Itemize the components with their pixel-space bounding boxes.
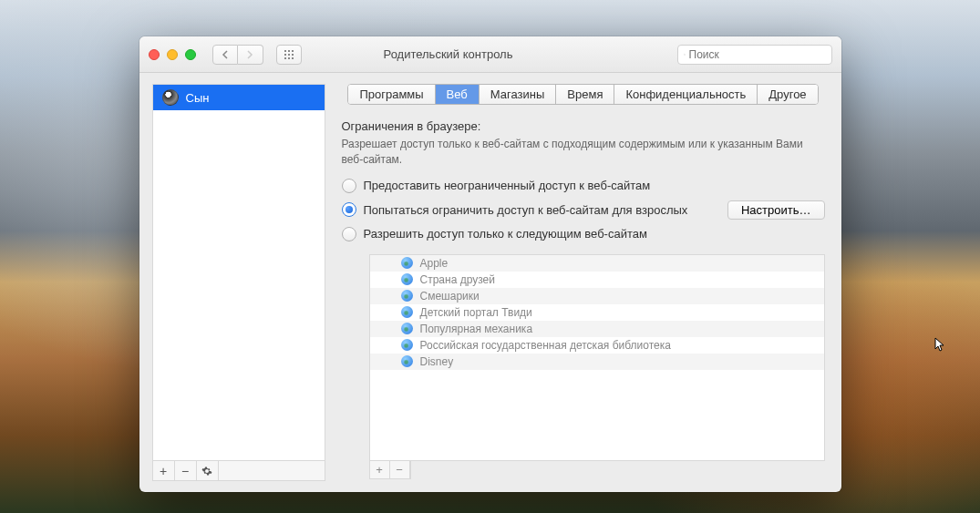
- globe-icon: [401, 306, 413, 318]
- window-controls: [149, 49, 196, 60]
- globe-icon: [401, 339, 413, 351]
- user-item-selected[interactable]: Сын: [153, 85, 325, 110]
- site-name: Disney: [420, 355, 454, 368]
- radio-icon[interactable]: [342, 227, 356, 241]
- tab-programs[interactable]: Программы: [348, 85, 435, 104]
- tab-bar: Программы Веб Магазины Время Конфиденциа…: [347, 84, 818, 105]
- site-row[interactable]: Disney: [370, 354, 824, 370]
- add-site-button[interactable]: +: [370, 461, 390, 478]
- close-icon[interactable]: [149, 49, 160, 60]
- svg-line-1: [685, 55, 686, 56]
- section-title: Ограничения в браузере:: [342, 119, 825, 133]
- window-parental-controls: Родительский контроль Сын + −: [139, 36, 841, 492]
- svg-point-0: [684, 54, 685, 55]
- window-title: Родительский контроль: [227, 47, 670, 61]
- site-name: Смешарики: [420, 290, 480, 303]
- configure-button[interactable]: Настроить…: [727, 200, 825, 220]
- tab-web[interactable]: Веб: [436, 85, 480, 104]
- site-list-footer: + −: [369, 461, 411, 479]
- add-user-button[interactable]: +: [153, 461, 175, 480]
- avatar-icon: [162, 89, 179, 106]
- content-pane: Программы Веб Магазины Время Конфиденциа…: [325, 73, 841, 492]
- user-sidebar: Сын + −: [152, 84, 325, 481]
- site-name: Страна друзей: [420, 273, 495, 286]
- radio-limit-adult[interactable]: Попытаться ограничить доступ к веб-сайта…: [342, 200, 825, 220]
- user-list: Сын: [153, 85, 325, 460]
- help-text: Разрешает доступ только к веб-сайтам с п…: [342, 137, 825, 168]
- globe-icon: [401, 323, 413, 334]
- radio-unrestricted[interactable]: Предоставить неограниченный доступ к веб…: [342, 179, 825, 193]
- user-settings-button[interactable]: [197, 461, 219, 480]
- search-input[interactable]: [689, 48, 826, 61]
- remove-user-button[interactable]: −: [175, 461, 197, 480]
- tab-time[interactable]: Время: [556, 85, 614, 104]
- zoom-icon[interactable]: [185, 49, 196, 60]
- site-name: Детский портал Твиди: [420, 306, 532, 319]
- globe-icon: [401, 290, 413, 302]
- radio-icon[interactable]: [342, 179, 356, 193]
- site-row[interactable]: Детский портал Твиди: [370, 304, 824, 321]
- site-row[interactable]: Apple: [370, 255, 824, 272]
- search-icon: [684, 49, 686, 60]
- site-name: Apple: [420, 257, 449, 270]
- tab-privacy[interactable]: Конфиденциальность: [614, 85, 758, 104]
- user-name: Сын: [186, 91, 210, 105]
- remove-site-button[interactable]: −: [390, 461, 410, 478]
- site-row[interactable]: Российская государственная детская библи…: [370, 337, 824, 354]
- allowed-sites-group: Apple Страна друзей Смешарики Детский по…: [369, 254, 825, 479]
- tab-stores[interactable]: Магазины: [480, 85, 557, 104]
- allowed-sites-list[interactable]: Apple Страна друзей Смешарики Детский по…: [369, 254, 825, 461]
- radio-label: Предоставить неограниченный доступ к веб…: [364, 179, 651, 192]
- globe-icon: [401, 273, 413, 285]
- radio-icon[interactable]: [342, 202, 356, 217]
- site-row[interactable]: Страна друзей: [370, 272, 824, 288]
- radio-label: Разрешить доступ только к следующим веб-…: [364, 227, 647, 241]
- globe-icon: [401, 355, 413, 367]
- site-row[interactable]: Смешарики: [370, 288, 824, 304]
- titlebar: Родительский контроль: [139, 36, 841, 73]
- globe-icon: [401, 257, 413, 269]
- site-name: Российская государственная детская библи…: [420, 339, 671, 352]
- site-row[interactable]: Популярная механика: [370, 321, 824, 337]
- radio-allow-list[interactable]: Разрешить доступ только к следующим веб-…: [342, 227, 825, 241]
- search-field[interactable]: [677, 45, 832, 65]
- tab-other[interactable]: Другое: [758, 85, 817, 104]
- site-name: Популярная механика: [420, 323, 533, 335]
- radio-label: Попытаться ограничить доступ к веб-сайта…: [364, 203, 688, 217]
- gear-icon: [201, 466, 212, 477]
- sidebar-footer: + −: [153, 460, 325, 480]
- minimize-icon[interactable]: [167, 49, 178, 60]
